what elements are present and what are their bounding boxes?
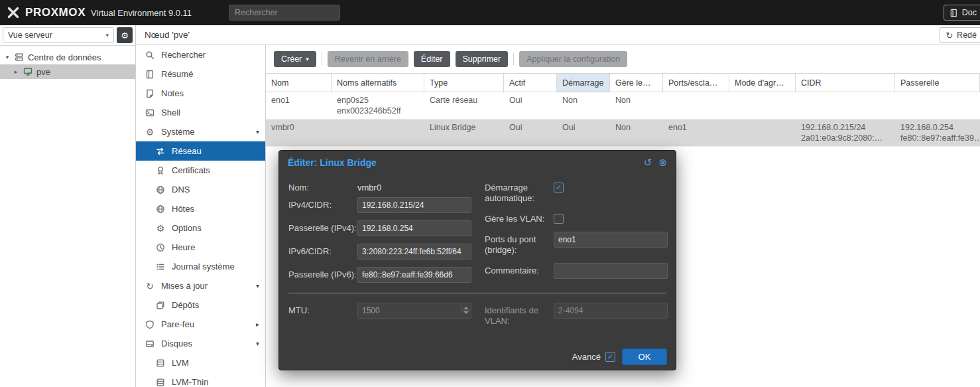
vlan-ids-input — [554, 303, 668, 319]
menu-item-mises-a-jour[interactable]: ↻ Mises à jour ▾ — [136, 276, 265, 295]
column-header-type[interactable]: Type — [424, 74, 504, 92]
menu-item-dns[interactable]: DNS — [136, 180, 265, 199]
autostart-checkbox[interactable]: ✓ — [554, 183, 564, 193]
mtu-spinner — [357, 305, 471, 315]
refresh-icon: ↻ — [145, 281, 155, 291]
gears-icon: ⚙ — [145, 127, 155, 137]
terminal-icon — [145, 108, 155, 117]
column-header-ports-esclaves[interactable]: Ports/escla… — [663, 74, 729, 92]
restart-button[interactable]: ↻ Redé — [940, 27, 980, 43]
global-search-input[interactable] — [229, 5, 340, 21]
column-header-demarrage[interactable]: Démarrage — [557, 74, 610, 92]
menu-item-disques[interactable]: Disques ▾ — [136, 334, 265, 353]
globe-icon — [155, 185, 166, 194]
gateway-ipv4-input[interactable] — [357, 220, 471, 236]
close-icon[interactable]: ⊗ — [658, 158, 667, 168]
certificate-icon — [155, 166, 166, 175]
advanced-checkbox[interactable]: ✓ — [605, 352, 615, 362]
reset-icon[interactable]: ↺ — [644, 158, 652, 168]
mtu-input[interactable] — [357, 303, 471, 319]
expand-arrow-icon: ▾ — [256, 282, 259, 289]
column-header-mode-agregation[interactable]: Mode d'agr… — [729, 74, 796, 92]
view-selector[interactable]: Vue serveur ▾ — [3, 27, 114, 43]
ok-button[interactable]: OK — [622, 348, 667, 365]
search-icon — [145, 50, 155, 60]
field-vlan-aware: Gère les VLAN: ✓ — [485, 211, 668, 224]
field-autostart: Démarrage automatique: ✓ — [485, 180, 668, 204]
spinner-down-icon[interactable] — [461, 311, 471, 315]
network-table: Nom Noms alternatifs Type Actif Démarrag… — [266, 73, 980, 147]
documentation-button[interactable]: Doc — [944, 5, 980, 21]
settings-gear-button[interactable]: ⚙ — [117, 27, 133, 43]
column-header-passerelle[interactable]: Passerelle — [895, 74, 980, 92]
resource-tree-panel: Vue serveur ▾ ⚙ ▾ Centre de données ▸ — [0, 25, 136, 387]
remove-button[interactable]: Supprimer — [456, 51, 509, 67]
create-button[interactable]: Créer ▾ — [274, 51, 316, 67]
table-row-vmbr0[interactable]: vmbr0 Linux Bridge Oui Oui Non eno1 — [266, 119, 980, 147]
revert-button: Revenir en arrière — [328, 51, 408, 67]
field-gateway-ipv6: Passerelle (IPv6): — [288, 267, 471, 283]
menu-item-lvm-thin[interactable]: LVM-Thin — [136, 372, 265, 387]
volume-icon — [155, 358, 166, 368]
menu-item-systeme[interactable]: ⚙ Système ▾ — [136, 122, 265, 141]
menu-item-notes[interactable]: Notes — [136, 84, 265, 103]
field-mtu: MTU: — [288, 303, 471, 334]
globe-icon — [155, 204, 166, 214]
dialog-header[interactable]: Éditer: Linux Bridge ↺ ⊗ — [279, 151, 676, 175]
menu-item-reseau[interactable]: Réseau — [136, 141, 265, 161]
tree-item-datacenter[interactable]: ▾ Centre de données — [0, 50, 135, 64]
expand-arrow-icon: ▾ — [256, 340, 259, 347]
menu-item-resume[interactable]: Résumé — [136, 64, 265, 84]
bridge-ports-input[interactable] — [554, 232, 668, 248]
chevron-down-icon: ▾ — [306, 56, 309, 62]
column-header-nom[interactable]: Nom — [266, 74, 332, 92]
tree-item-pve[interactable]: ▸ pve — [0, 64, 135, 79]
clock-icon — [155, 243, 166, 252]
node-title: Nœud 'pve' — [145, 30, 190, 40]
menu-item-lvm[interactable]: LVM — [136, 353, 265, 372]
brand: PROXMOX Virtual Environment 9.0.11 — [7, 6, 229, 19]
disk-icon — [145, 339, 155, 348]
shield-icon — [145, 320, 155, 329]
comment-input[interactable] — [554, 263, 668, 279]
volume-icon — [155, 378, 166, 387]
menu-item-options[interactable]: ⚙ Options — [136, 218, 265, 238]
column-header-actif[interactable]: Actif — [504, 74, 557, 92]
toolbar-separator — [322, 53, 322, 65]
field-bridge-ports: Ports du pont (bridge): — [485, 232, 668, 256]
menu-item-hotes[interactable]: Hôtes — [136, 199, 265, 218]
column-header-cidr[interactable]: CIDR — [796, 74, 895, 92]
menu-item-pare-feu[interactable]: Pare-feu ▸ — [136, 315, 265, 334]
edit-button[interactable]: Éditer — [414, 51, 450, 67]
toolbar-separator — [513, 53, 514, 65]
menu-item-heure[interactable]: Heure — [136, 238, 265, 257]
field-ipv6-cidr: IPv6/CIDR: — [288, 244, 471, 260]
expand-arrow-icon: ▾ — [4, 54, 11, 60]
menu-item-depots[interactable]: Dépôts — [136, 295, 265, 315]
field-ipv4-cidr: IPv4/CIDR: — [288, 197, 471, 213]
network-toolbar: Créer ▾ Revenir en arrière Éditer Suppri… — [274, 50, 973, 68]
field-comment: Commentaire: — [485, 263, 668, 279]
ipv4-cidr-input[interactable] — [357, 197, 471, 213]
gateway-ipv6-input[interactable] — [357, 267, 471, 283]
gear-icon: ⚙ — [155, 223, 166, 234]
network-icon — [155, 147, 166, 156]
menu-item-journal-systeme[interactable]: Journal système — [136, 257, 265, 276]
menu-item-shell[interactable]: Shell — [136, 103, 265, 122]
advanced-toggle[interactable]: Avancé ✓ — [572, 352, 615, 362]
column-header-noms-alternatifs[interactable]: Noms alternatifs — [332, 74, 424, 92]
spinner-up-icon[interactable] — [461, 306, 471, 311]
ipv6-cidr-input[interactable] — [357, 244, 471, 260]
dialog-footer: Avancé ✓ OK — [279, 343, 676, 370]
vlan-aware-checkbox[interactable]: ✓ — [554, 214, 564, 224]
menu-item-certificats[interactable]: Certificats — [136, 161, 265, 180]
field-name: Nom: vmbr0 — [288, 180, 471, 193]
chevron-down-icon: ▾ — [105, 32, 109, 39]
node-menu: Rechercher Résumé Notes Shell — [136, 45, 266, 387]
name-value: vmbr0 — [357, 180, 471, 193]
list-icon — [155, 262, 166, 271]
menu-item-rechercher[interactable]: Rechercher — [136, 45, 265, 64]
column-header-gere-les-vlan[interactable]: Gère le… — [610, 74, 663, 92]
brand-version: Virtual Environment 9.0.11 — [91, 8, 192, 18]
table-row-eno1[interactable]: eno1 enp0s25 enx0023246b52ff Carte résea… — [266, 92, 980, 119]
